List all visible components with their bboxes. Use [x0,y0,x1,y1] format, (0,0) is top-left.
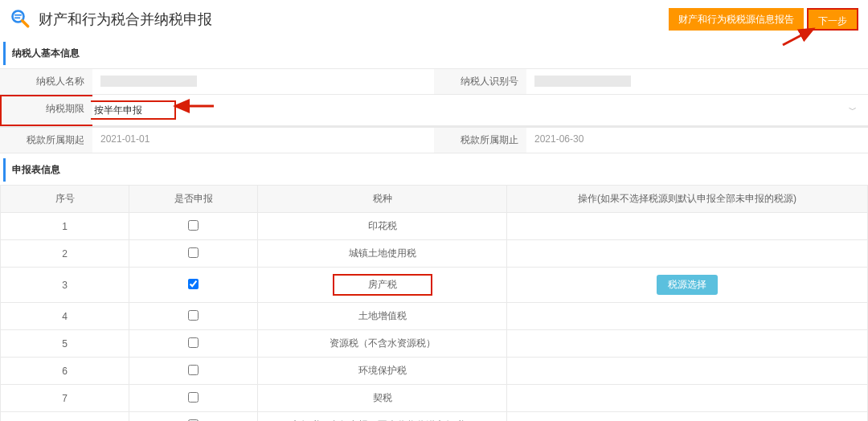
cell-check [129,240,258,268]
cell-tax-type: 环境保护税 [258,358,507,385]
cell-seq: 8 [1,412,129,422]
value-period-end: 2021-06-30 [526,128,868,153]
label-tax-period: 纳税期限 [0,95,92,126]
section-title-declare: 申报表信息 [3,158,868,182]
declare-checkbox[interactable] [188,392,199,403]
table-row: 5资源税（不含水资源税） [1,330,868,358]
table-row: 6环境保护税 [1,358,868,385]
cell-action [507,240,868,268]
svg-line-1 [23,21,28,27]
cell-tax-type: 土地增值税 [258,303,507,330]
page-header: 财产和行为税合并纳税申报 财产和行为税税源信息报告 下一步 [0,0,868,37]
cell-action [507,303,868,330]
value-taxpayer-name [92,69,434,95]
cell-action [507,213,868,240]
table-row: 3房产税税源选择 [1,268,868,303]
col-header-action: 操作(如果不选择税源则默认申报全部未申报的税源) [507,186,868,213]
label-period-start: 税款所属期起 [0,128,92,153]
cell-action: 税源选择 [507,268,868,303]
section-title-taxpayer: 纳税人基本信息 [3,42,868,65]
cell-seq: 6 [1,358,129,385]
label-taxpayer-id: 纳税人识别号 [434,69,526,95]
next-step-button[interactable]: 下一步 [807,8,858,31]
cell-tax-type: 房产税 [258,268,507,303]
cell-seq: 4 [1,303,129,330]
cell-seq: 5 [1,330,129,358]
declare-checkbox[interactable] [188,279,199,289]
declare-checkbox[interactable] [188,247,199,258]
label-period-end: 税款所属期止 [434,128,526,153]
cell-tax-type: 资源税（不含水资源税） [258,330,507,358]
tax-period-row[interactable]: 纳税期限 按半年申报 ﹀ [0,95,868,127]
cell-seq: 7 [1,385,129,412]
declare-checkbox[interactable] [188,365,199,375]
declaration-table: 序号 是否申报 税种 操作(如果不选择税源则默认申报全部未申报的税源) 1印花税… [0,185,868,421]
header-actions: 财产和行为税税源信息报告 下一步 [669,8,858,31]
cell-tax-type: 契税 [258,385,507,412]
table-row: 2城镇土地使用税 [1,240,868,268]
search-icon [10,8,32,31]
taxpayer-info-grid: 纳税人名称 纳税人识别号 [0,68,868,95]
table-row: 1印花税 [1,213,868,240]
value-period-start: 2021-01-01 [92,128,434,153]
cell-action [507,358,868,385]
cell-check [129,412,258,422]
cell-check [129,385,258,412]
cell-tax-type: 车船税（自行申报，不含代收代缴车船税） [258,412,507,422]
cell-check [129,213,258,240]
tax-period-selected: 按半年申报 [91,100,176,120]
declare-checkbox[interactable] [188,310,199,321]
table-row: 7契税 [1,385,868,412]
cell-seq: 3 [1,268,129,303]
table-header-row: 序号 是否申报 税种 操作(如果不选择税源则默认申报全部未申报的税源) [1,186,868,213]
col-header-type: 税种 [258,186,507,213]
cell-seq: 1 [1,213,129,240]
select-tax-source-button[interactable]: 税源选择 [657,275,718,295]
value-taxpayer-id [526,69,868,95]
declare-checkbox[interactable] [188,220,199,231]
col-header-seq: 序号 [1,186,129,213]
cell-action [507,385,868,412]
cell-check [129,268,258,303]
declare-checkbox[interactable] [188,337,199,348]
value-tax-period[interactable]: 按半年申报 ﹀ [92,95,868,126]
cell-tax-type: 城镇土地使用税 [258,240,507,268]
col-header-check: 是否申报 [129,186,258,213]
cell-tax-type: 印花税 [258,213,507,240]
highlighted-tax-type: 房产税 [333,274,432,296]
tax-source-report-button[interactable]: 财产和行为税税源信息报告 [669,8,804,31]
cell-action [507,330,868,358]
cell-action [507,412,868,422]
cell-check [129,303,258,330]
cell-check [129,358,258,385]
label-taxpayer-name: 纳税人名称 [0,69,92,95]
cell-seq: 2 [1,240,129,268]
tax-period-dates: 税款所属期起 2021-01-01 税款所属期止 2021-06-30 [0,127,868,153]
table-row: 8车船税（自行申报，不含代收代缴车船税） [1,412,868,422]
cell-check [129,330,258,358]
table-row: 4土地增值税 [1,303,868,330]
page-title: 财产和行为税合并纳税申报 [39,10,212,29]
chevron-down-icon: ﹀ [849,104,857,116]
